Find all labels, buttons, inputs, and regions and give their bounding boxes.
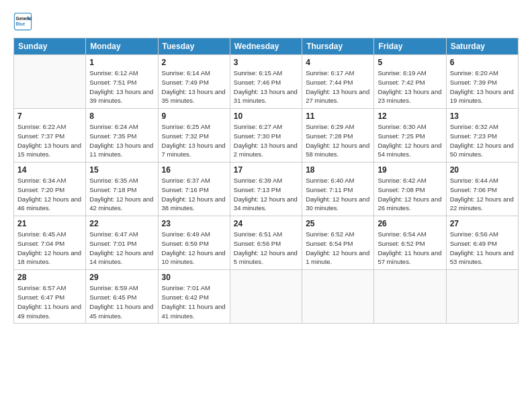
day-detail: Sunrise: 6:47 AMSunset: 7:01 PMDaylight:… [89,230,154,267]
day-detail: Sunrise: 6:32 AMSunset: 7:23 PMDaylight:… [450,122,515,159]
calendar-header: SundayMondayTuesdayWednesdayThursdayFrid… [14,38,519,55]
week-row-2: 7 Sunrise: 6:22 AMSunset: 7:37 PMDayligh… [14,109,519,163]
day-cell [302,270,374,324]
day-detail: Sunrise: 6:19 AMSunset: 7:42 PMDaylight:… [378,68,442,105]
day-number: 29 [89,273,154,282]
day-number: 3 [234,58,298,67]
day-cell: 14 Sunrise: 6:34 AMSunset: 7:20 PMDaylig… [14,163,86,216]
day-detail: Sunrise: 6:27 AMSunset: 7:30 PMDaylight:… [234,122,298,159]
day-number: 23 [162,219,226,228]
day-number: 30 [162,273,226,282]
day-header-saturday: Saturday [446,38,518,55]
day-cell: 2 Sunrise: 6:14 AMSunset: 7:49 PMDayligh… [158,55,230,109]
day-cell: 23 Sunrise: 6:49 AMSunset: 6:59 PMDaylig… [158,216,230,270]
day-cell: 11 Sunrise: 6:29 AMSunset: 7:28 PMDaylig… [302,109,374,163]
day-detail: Sunrise: 6:51 AMSunset: 6:56 PMDaylight:… [234,230,298,267]
calendar-body: 1 Sunrise: 6:12 AMSunset: 7:51 PMDayligh… [14,55,519,324]
day-number: 8 [89,111,154,121]
day-cell: 26 Sunrise: 6:54 AMSunset: 6:52 PMDaylig… [374,216,446,270]
day-cell: 3 Sunrise: 6:15 AMSunset: 7:46 PMDayligh… [230,55,302,109]
day-detail: Sunrise: 6:20 AMSunset: 7:39 PMDaylight:… [450,68,515,105]
day-number: 22 [89,219,154,228]
day-detail: Sunrise: 6:14 AMSunset: 7:49 PMDaylight:… [162,68,226,105]
day-cell: 28 Sunrise: 6:57 AMSunset: 6:47 PMDaylig… [14,270,86,324]
day-detail: Sunrise: 6:45 AMSunset: 7:04 PMDaylight:… [17,230,82,267]
day-cell: 22 Sunrise: 6:47 AMSunset: 7:01 PMDaylig… [86,216,158,270]
day-number: 21 [17,219,82,228]
calendar-table: SundayMondayTuesdayWednesdayThursdayFrid… [13,38,519,324]
day-cell: 24 Sunrise: 6:51 AMSunset: 6:56 PMDaylig… [230,216,302,270]
day-detail: Sunrise: 6:56 AMSunset: 6:49 PMDaylight:… [450,230,515,267]
day-number: 10 [234,111,298,121]
day-detail: Sunrise: 6:35 AMSunset: 7:18 PMDaylight:… [89,176,154,213]
day-cell: 10 Sunrise: 6:27 AMSunset: 7:30 PMDaylig… [230,109,302,163]
day-detail: Sunrise: 6:17 AMSunset: 7:44 PMDaylight:… [306,68,370,105]
logo: General Blue [13,12,32,31]
day-detail: Sunrise: 6:25 AMSunset: 7:32 PMDaylight:… [162,122,226,159]
day-cell: 27 Sunrise: 6:56 AMSunset: 6:49 PMDaylig… [446,216,518,270]
day-number: 7 [17,111,82,121]
day-cell: 4 Sunrise: 6:17 AMSunset: 7:44 PMDayligh… [302,55,374,109]
day-cell: 18 Sunrise: 6:40 AMSunset: 7:11 PMDaylig… [302,163,374,216]
day-detail: Sunrise: 6:30 AMSunset: 7:25 PMDaylight:… [378,122,442,159]
day-cell: 29 Sunrise: 6:59 AMSunset: 6:45 PMDaylig… [86,270,158,324]
day-header-sunday: Sunday [14,38,86,55]
day-cell: 9 Sunrise: 6:25 AMSunset: 7:32 PMDayligh… [158,109,230,163]
day-detail: Sunrise: 6:24 AMSunset: 7:35 PMDaylight:… [89,122,154,159]
svg-text:Blue: Blue [16,21,26,26]
day-number: 25 [306,219,370,228]
day-cell [14,55,86,109]
day-cell: 7 Sunrise: 6:22 AMSunset: 7:37 PMDayligh… [14,109,86,163]
day-number: 13 [450,111,515,121]
day-cell: 16 Sunrise: 6:37 AMSunset: 7:16 PMDaylig… [158,163,230,216]
day-number: 11 [306,111,370,121]
day-cell: 25 Sunrise: 6:52 AMSunset: 6:54 PMDaylig… [302,216,374,270]
header-row: SundayMondayTuesdayWednesdayThursdayFrid… [14,38,519,55]
day-number: 9 [162,111,226,121]
day-detail: Sunrise: 6:52 AMSunset: 6:54 PMDaylight:… [306,230,370,267]
day-number: 27 [450,219,515,228]
day-cell: 6 Sunrise: 6:20 AMSunset: 7:39 PMDayligh… [446,55,518,109]
day-number: 16 [162,165,226,175]
day-number: 20 [450,165,515,175]
day-cell: 30 Sunrise: 7:01 AMSunset: 6:42 PMDaylig… [158,270,230,324]
day-number: 26 [378,219,442,228]
week-row-3: 14 Sunrise: 6:34 AMSunset: 7:20 PMDaylig… [14,163,519,216]
day-cell: 5 Sunrise: 6:19 AMSunset: 7:42 PMDayligh… [374,55,446,109]
day-detail: Sunrise: 6:57 AMSunset: 6:47 PMDaylight:… [17,283,82,320]
day-number: 19 [378,165,442,175]
page: General Blue SundayMondayTuesdayWednesda… [0,0,532,411]
day-number: 1 [89,58,154,67]
week-row-1: 1 Sunrise: 6:12 AMSunset: 7:51 PMDayligh… [14,55,519,109]
day-cell: 15 Sunrise: 6:35 AMSunset: 7:18 PMDaylig… [86,163,158,216]
day-number: 17 [234,165,298,175]
day-detail: Sunrise: 6:42 AMSunset: 7:08 PMDaylight:… [378,176,442,213]
day-detail: Sunrise: 6:37 AMSunset: 7:16 PMDaylight:… [162,176,226,213]
day-cell [446,270,518,324]
day-number: 2 [162,58,226,67]
day-cell: 1 Sunrise: 6:12 AMSunset: 7:51 PMDayligh… [86,55,158,109]
day-header-friday: Friday [374,38,446,55]
day-detail: Sunrise: 6:59 AMSunset: 6:45 PMDaylight:… [89,283,154,320]
day-detail: Sunrise: 6:29 AMSunset: 7:28 PMDaylight:… [306,122,370,159]
day-detail: Sunrise: 6:12 AMSunset: 7:51 PMDaylight:… [89,68,154,105]
day-cell: 20 Sunrise: 6:44 AMSunset: 7:06 PMDaylig… [446,163,518,216]
day-cell: 8 Sunrise: 6:24 AMSunset: 7:35 PMDayligh… [86,109,158,163]
day-detail: Sunrise: 6:49 AMSunset: 6:59 PMDaylight:… [162,230,226,267]
day-detail: Sunrise: 6:39 AMSunset: 7:13 PMDaylight:… [234,176,298,213]
header: General Blue [13,12,519,31]
day-number: 28 [17,273,82,282]
day-number: 24 [234,219,298,228]
day-number: 4 [306,58,370,67]
day-cell [374,270,446,324]
day-header-wednesday: Wednesday [230,38,302,55]
day-number: 5 [378,58,442,67]
day-detail: Sunrise: 6:40 AMSunset: 7:11 PMDaylight:… [306,176,370,213]
day-cell: 17 Sunrise: 6:39 AMSunset: 7:13 PMDaylig… [230,163,302,216]
day-cell: 12 Sunrise: 6:30 AMSunset: 7:25 PMDaylig… [374,109,446,163]
day-detail: Sunrise: 6:34 AMSunset: 7:20 PMDaylight:… [17,176,82,213]
day-detail: Sunrise: 6:54 AMSunset: 6:52 PMDaylight:… [378,230,442,267]
day-header-tuesday: Tuesday [158,38,230,55]
day-cell: 19 Sunrise: 6:42 AMSunset: 7:08 PMDaylig… [374,163,446,216]
day-number: 12 [378,111,442,121]
